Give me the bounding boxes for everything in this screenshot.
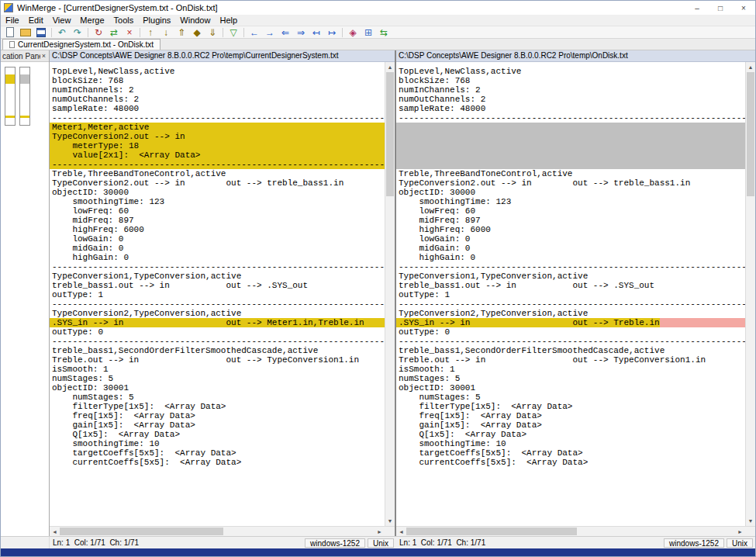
- menu-plugins[interactable]: Plugins: [138, 16, 175, 25]
- location-bar-right[interactable]: [19, 67, 30, 126]
- current-diff-button[interactable]: ◆: [189, 26, 205, 39]
- vertical-scroll-thumb-right[interactable]: [747, 72, 754, 196]
- menu-edit[interactable]: Edit: [24, 16, 48, 25]
- copy-all-right-button[interactable]: ⇒: [293, 26, 309, 39]
- deleted-line-placeholder[interactable]: [396, 132, 745, 141]
- first-diff-button[interactable]: ⇑: [174, 26, 189, 39]
- code-line[interactable]: ----------------------------------------…: [396, 299, 745, 309]
- scroll-left-icon[interactable]: ◄: [50, 527, 60, 536]
- code-line[interactable]: ----------------------------------------…: [396, 337, 745, 346]
- code-line[interactable]: objectID: 30001: [50, 383, 385, 393]
- last-diff-button[interactable]: ⇓: [205, 26, 220, 39]
- code-line[interactable]: lowFreq: 60: [396, 206, 745, 216]
- close-button[interactable]: ×: [732, 1, 755, 15]
- code-line[interactable]: smoothingTime: 10: [396, 439, 745, 448]
- code-line[interactable]: numInChannels: 2: [50, 85, 385, 95]
- code-line[interactable]: filterType[1x5]: <Array Data>: [396, 402, 745, 411]
- code-line[interactable]: freq[1x5]: <Array Data>: [50, 411, 385, 420]
- code-line[interactable]: numOutChannels: 2: [50, 95, 385, 104]
- diff-line[interactable]: .SYS_in --> in out --> Treble.in: [396, 318, 745, 327]
- code-line[interactable]: currentCoeffs[5x5]: <Array Data>: [396, 458, 745, 467]
- deleted-line-placeholder[interactable]: [396, 123, 745, 132]
- menu-merge[interactable]: Merge: [75, 16, 109, 25]
- swap-panes-button[interactable]: ⇆: [376, 26, 392, 39]
- diff-line[interactable]: meterType: 18: [50, 141, 385, 150]
- code-line[interactable]: blockSize: 768: [396, 76, 745, 85]
- menu-help[interactable]: Help: [215, 16, 242, 25]
- code-line[interactable]: midGain: 0: [396, 244, 745, 253]
- code-line[interactable]: filterType[1x5]: <Array Data>: [50, 402, 385, 411]
- code-line[interactable]: objectID: 30000: [396, 188, 745, 197]
- text-area-right[interactable]: TopLevel,NewClass,activeblockSize: 768nu…: [396, 62, 745, 526]
- refresh-selected-button[interactable]: ⇄: [106, 26, 122, 39]
- code-line[interactable]: outType: 0: [396, 327, 745, 337]
- menu-tools[interactable]: Tools: [109, 16, 139, 25]
- code-line[interactable]: freq[1x5]: <Array Data>: [396, 411, 745, 420]
- menu-file[interactable]: File: [1, 16, 24, 25]
- code-line[interactable]: treble_bass1,SecondOrderFilterSmoothedCa…: [50, 346, 385, 355]
- code-line[interactable]: numStages: 5: [396, 374, 745, 383]
- code-line[interactable]: ----------------------------------------…: [50, 299, 385, 309]
- code-line[interactable]: numStages: 5: [50, 393, 385, 402]
- code-line[interactable]: highGain: 0: [50, 253, 385, 262]
- vertical-scroll-track-left[interactable]: [385, 72, 395, 516]
- diff-line[interactable]: Meter1,Meter,active: [50, 123, 385, 132]
- code-line[interactable]: numStages: 5: [50, 374, 385, 383]
- code-line[interactable]: TypeConversion2,TypeConversion,active: [396, 309, 745, 318]
- code-line[interactable]: highGain: 0: [396, 253, 745, 262]
- copy-left-advance-button[interactable]: ↤: [309, 26, 324, 39]
- code-line[interactable]: gain[1x5]: <Array Data>: [396, 420, 745, 430]
- diff-line[interactable]: value[2x1]: <Array Data>: [50, 150, 385, 160]
- code-line[interactable]: midFreq: 897: [396, 216, 745, 225]
- scroll-up-icon[interactable]: ▲: [385, 62, 395, 72]
- code-line[interactable]: treble_bass1.out --> in out --> .SYS_out: [396, 281, 745, 290]
- code-line[interactable]: targetCoeffs[5x5]: <Array Data>: [396, 448, 745, 458]
- deleted-line-placeholder[interactable]: [396, 160, 745, 169]
- horizontal-scroll-thumb-right[interactable]: [406, 528, 577, 535]
- location-bar-left[interactable]: [5, 67, 16, 126]
- diff-line[interactable]: TypeConversion2.out --> in: [50, 132, 385, 141]
- undo-button[interactable]: ↶: [54, 26, 70, 39]
- tab-compare-document[interactable]: CurrentDesignerSystem.txt - OnDisk.txt: [2, 39, 161, 50]
- redo-button[interactable]: ↷: [70, 26, 85, 39]
- file-path-header-left[interactable]: C:\DSP Concepts\AWE Designer 8.B.0.0.RC2…: [50, 50, 395, 62]
- next-diff-button[interactable]: ↓: [158, 26, 174, 39]
- code-line[interactable]: TypeConversion2,TypeConversion,active: [50, 309, 385, 318]
- location-pane-close-icon[interactable]: ×: [40, 52, 47, 60]
- code-line[interactable]: ----------------------------------------…: [50, 337, 385, 346]
- copy-right-button[interactable]: →: [262, 26, 278, 39]
- code-line[interactable]: lowGain: 0: [396, 234, 745, 244]
- diff-line[interactable]: ----------------------------------------…: [50, 160, 385, 169]
- code-line[interactable]: Treble.out --> in out --> TypeConversion…: [50, 355, 385, 365]
- code-line[interactable]: gain[1x5]: <Array Data>: [50, 420, 385, 430]
- horizontal-scroll-thumb-left[interactable]: [60, 528, 223, 535]
- copy-right-advance-button[interactable]: ↦: [324, 26, 340, 39]
- code-line[interactable]: ----------------------------------------…: [396, 113, 745, 123]
- code-line[interactable]: TopLevel,NewClass,active: [396, 67, 745, 76]
- code-line[interactable]: TypeConversion1,TypeConversion,active: [396, 272, 745, 281]
- text-area-left[interactable]: TopLevel,NewClass,activeblockSize: 768nu…: [50, 62, 385, 526]
- scroll-right-icon[interactable]: ►: [735, 527, 745, 536]
- code-line[interactable]: highFreq: 6000: [396, 225, 745, 234]
- horizontal-scroll-track-right[interactable]: [406, 527, 735, 536]
- code-line[interactable]: Q[1x5]: <Array Data>: [396, 430, 745, 439]
- code-line[interactable]: outType: 1: [50, 290, 385, 299]
- code-line[interactable]: numStages: 5: [396, 393, 745, 402]
- code-line[interactable]: isSmooth: 1: [50, 365, 385, 374]
- scroll-left-icon[interactable]: ◄: [396, 527, 406, 536]
- code-line[interactable]: smoothingTime: 123: [396, 197, 745, 206]
- code-line[interactable]: lowGain: 0: [50, 234, 385, 244]
- code-line[interactable]: targetCoeffs[5x5]: <Array Data>: [50, 448, 385, 458]
- new-file-button[interactable]: [2, 26, 18, 39]
- horizontal-scrollbar-right[interactable]: ◄ ►: [396, 526, 755, 536]
- deleted-line-placeholder[interactable]: [396, 150, 745, 160]
- scroll-up-icon[interactable]: ▲: [746, 62, 755, 72]
- code-line[interactable]: midFreq: 897: [50, 216, 385, 225]
- code-line[interactable]: ----------------------------------------…: [50, 262, 385, 272]
- code-line[interactable]: smoothingTime: 123: [50, 197, 385, 206]
- save-button[interactable]: [33, 26, 49, 39]
- code-line[interactable]: sampleRate: 48000: [50, 104, 385, 113]
- file-path-header-right[interactable]: C:\DSP Concepts\AWE Designer 8.B.0.0.RC2…: [396, 50, 755, 62]
- code-line[interactable]: outType: 1: [396, 290, 745, 299]
- prev-diff-button[interactable]: ↑: [143, 26, 158, 39]
